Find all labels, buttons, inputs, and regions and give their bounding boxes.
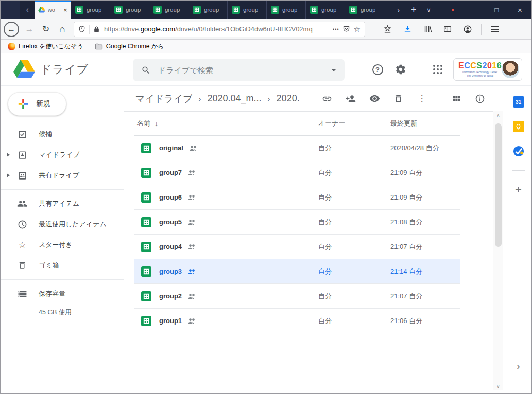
preview-button[interactable] (366, 90, 383, 108)
tab-group-1[interactable]: group (71, 1, 110, 19)
sidebar-item-my-drive[interactable]: マイドライブ (1, 145, 124, 165)
table-row[interactable]: group4 自分 21:07 自分 (134, 235, 460, 259)
table-row[interactable]: group2 自分 21:07 自分 (134, 284, 460, 309)
tab-overflow-button[interactable]: › (391, 1, 406, 19)
search-input[interactable] (158, 66, 331, 75)
expand-arrow-icon[interactable] (1, 173, 16, 177)
breadcrumb-separator: › (268, 94, 270, 103)
table-row[interactable]: group7 自分 21:09 自分 (134, 160, 460, 185)
menu-button[interactable] (487, 21, 503, 38)
home-button[interactable]: ⌂ (54, 21, 71, 38)
table-row[interactable]: group5 自分 21:08 自分 (134, 210, 460, 235)
table-row[interactable]: group3 自分 21:14 自分 (134, 259, 460, 284)
account-card[interactable]: ECCS2016 Information Technology Center T… (453, 58, 522, 81)
google-apps-button[interactable] (427, 53, 448, 86)
sidebar-item-suggested[interactable]: 候補 (1, 124, 124, 145)
tracking-protection-shield-icon[interactable] (78, 25, 85, 33)
search-bar[interactable] (133, 59, 345, 81)
reload-button[interactable]: ↻ (38, 21, 54, 38)
calendar-icon[interactable]: 31 (513, 96, 524, 108)
scroll-down-icon[interactable]: ∨ (497, 382, 500, 390)
sheets-file-icon (141, 168, 151, 178)
panel-divider (512, 170, 525, 171)
new-tab-button[interactable]: + (406, 1, 421, 19)
tab-group-4[interactable]: group (188, 1, 227, 19)
forward-button[interactable]: → (21, 21, 38, 38)
library-icon[interactable] (420, 21, 435, 38)
tab-group-2[interactable]: group (110, 1, 149, 19)
close-window-button[interactable]: × (508, 1, 531, 19)
add-addon-button[interactable]: + (515, 184, 522, 195)
sidebar-item-storage[interactable]: 保存容量 (1, 283, 124, 304)
share-button[interactable] (342, 90, 359, 108)
hide-panel-chevron-icon[interactable]: › (517, 361, 520, 372)
delete-button[interactable] (389, 90, 407, 108)
minimize-button[interactable]: − (461, 1, 485, 19)
sidebar-item-recent[interactable]: 最近使用したアイテム (1, 214, 124, 235)
info-button[interactable] (471, 90, 489, 108)
tab-group-6[interactable]: group (266, 1, 305, 19)
list-all-tabs-button[interactable]: ∨ (421, 1, 437, 19)
column-name[interactable]: 名前 (137, 119, 150, 128)
keep-icon[interactable] (513, 121, 524, 132)
tab-group-5[interactable]: group (227, 1, 266, 19)
tab-scroll-left-button[interactable]: ‹ (20, 1, 35, 19)
url-path: /drive/u/0/folders/1ObGiD4dw6nU-8HGV02mq (175, 25, 313, 33)
toolbar-actions: ⋮ (318, 90, 489, 108)
get-link-button[interactable] (318, 90, 336, 108)
url-bar[interactable]: https://drive.google.com/drive/u/0/folde… (74, 22, 365, 37)
sidebar-item-shared-drives[interactable]: 共有ドライブ (1, 165, 124, 186)
account-icon[interactable] (460, 21, 475, 38)
bookmark-star-icon[interactable]: ☆ (354, 25, 361, 34)
table-row[interactable]: group1 自分 21:06 自分 (134, 309, 460, 333)
tab-group-7[interactable]: group (305, 1, 345, 19)
lock-icon[interactable] (93, 26, 100, 33)
sheets-file-icon (141, 242, 151, 252)
sidebar-item-shared-with-me[interactable]: 共有アイテム (1, 193, 124, 214)
breadcrumb-folder-2[interactable]: 2020. (277, 93, 300, 104)
table-row[interactable]: group6 自分 21:09 自分 (134, 185, 460, 210)
bookmark-firefox-help[interactable]: Firefox を使いこなそう (8, 42, 83, 51)
downloads-icon[interactable] (400, 21, 415, 38)
breadcrumb-folder-1[interactable]: 2020.04_m... (208, 93, 262, 104)
file-name: group4 (159, 243, 182, 250)
sort-desc-icon[interactable]: ↓ (155, 119, 158, 128)
settings-button[interactable] (390, 53, 411, 86)
scrollbar-track[interactable] (493, 119, 503, 382)
bookmark-folder-chrome[interactable]: Google Chrome から (95, 42, 164, 51)
avatar[interactable] (502, 61, 519, 78)
more-actions-button[interactable]: ⋮ (413, 90, 431, 108)
chevron-right-icon: › (397, 6, 400, 14)
tab-group-3[interactable]: group (149, 1, 188, 19)
sidebar-item-trash[interactable]: ゴミ箱 (1, 255, 124, 276)
breadcrumb-my-drive[interactable]: マイドライブ (135, 93, 193, 105)
url-text[interactable]: https://drive.google.com/drive/u/0/folde… (104, 25, 330, 33)
column-owner[interactable]: オーナー (318, 119, 390, 128)
tab-active-drive[interactable]: wo × (35, 1, 71, 19)
column-modified[interactable]: 最終更新 (390, 119, 460, 128)
file-owner: 自分 (318, 144, 390, 153)
bookmarks-menu-icon[interactable] (380, 21, 395, 38)
sidebar-item-starred[interactable]: ☆ スター付き (1, 235, 124, 255)
tab-close-icon[interactable]: × (63, 6, 67, 14)
expand-arrow-icon[interactable] (1, 153, 16, 157)
scroll-up-icon[interactable]: ∧ (497, 111, 500, 119)
help-icon: ? (372, 64, 383, 75)
sidebar-divider (1, 189, 124, 190)
tab-group-8[interactable]: group (345, 1, 384, 19)
sidebars-icon[interactable] (440, 21, 455, 38)
tasks-icon[interactable] (513, 146, 524, 157)
grid-view-button[interactable] (448, 90, 465, 108)
help-button[interactable]: ? (367, 53, 388, 86)
vertical-scrollbar[interactable]: ∧ ∨ (493, 111, 503, 390)
maximize-button[interactable]: □ (485, 1, 508, 19)
table-row[interactable]: original 自分 2020/04/28 自分 (134, 136, 460, 160)
search-options-caret-icon[interactable] (331, 69, 336, 71)
back-button[interactable]: ← (4, 22, 19, 37)
drive-logo[interactable] (13, 60, 35, 79)
pocket-icon[interactable] (342, 25, 350, 33)
page-actions-icon[interactable]: ••• (333, 27, 339, 32)
sheets-file-icon (141, 192, 151, 203)
new-button[interactable]: 新規 (8, 92, 66, 116)
scrollbar-thumb[interactable] (495, 123, 502, 247)
